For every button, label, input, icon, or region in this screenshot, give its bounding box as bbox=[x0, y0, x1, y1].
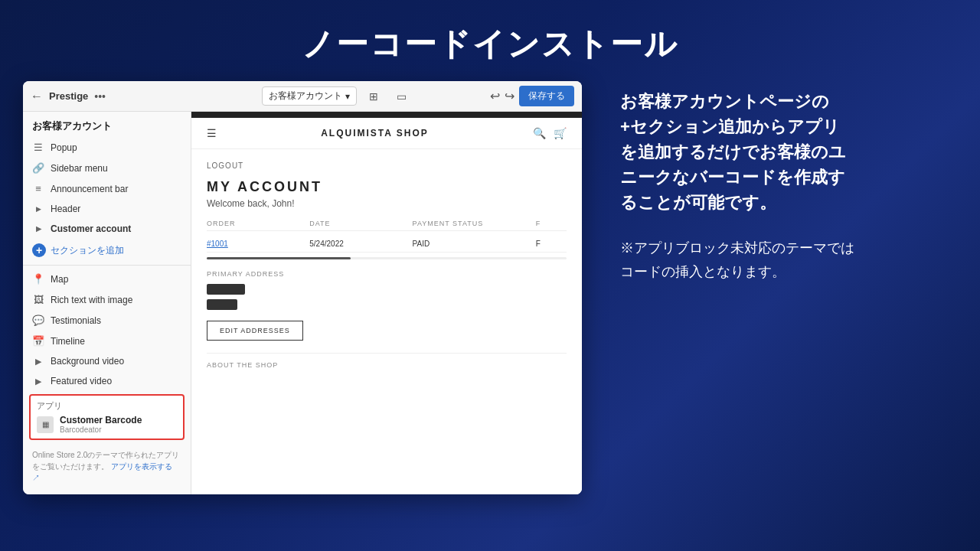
add-section-label: セクションを追加 bbox=[51, 244, 124, 257]
sidebar-item-map[interactable]: 📍 Map bbox=[23, 269, 191, 289]
testimonials-icon: 💬 bbox=[32, 315, 44, 326]
plus-icon: + bbox=[32, 243, 46, 257]
sidebar-item-timeline[interactable]: 📅 Timeline bbox=[23, 331, 191, 351]
announcement-icon: ≡ bbox=[32, 183, 44, 194]
sidebar-item-announcement[interactable]: ≡ Announcement bar bbox=[23, 178, 191, 199]
sidebar-item-testimonials[interactable]: 💬 Testimonials bbox=[23, 310, 191, 331]
header-expand-icon: ▶ bbox=[32, 205, 44, 213]
editor-mockup: ← Prestige ••• お客様アカウント ▾ ⊞ ▭ ↩ ↪ 保存する bbox=[23, 81, 582, 494]
app-section-title: アプリ bbox=[37, 400, 177, 412]
cart-icon[interactable]: 🛒 bbox=[554, 127, 567, 139]
popup-icon: ☰ bbox=[32, 142, 44, 153]
about-shop-label: ABOUT THE SHOP bbox=[207, 353, 567, 369]
prestige-label: Prestige bbox=[49, 90, 88, 102]
main-description: お客様アカウントページの+セクション追加からアプリを追加するだけでお客様のユニー… bbox=[620, 89, 957, 215]
redo-button[interactable]: ↪ bbox=[505, 89, 514, 103]
app-barcode-icon: ▦ bbox=[37, 416, 54, 433]
edit-addresses-button[interactable]: EDIT ADDRESSES bbox=[207, 321, 303, 341]
shop-name: ALQUIMISTA SHOP bbox=[321, 128, 429, 139]
app-name: Customer Barcode bbox=[60, 415, 142, 425]
sidebar-timeline-label: Timeline bbox=[51, 336, 85, 347]
note-description: ※アプリブロック未対応のテーマではコードの挿入となります。 bbox=[620, 236, 957, 283]
address-block-2 bbox=[207, 299, 237, 310]
address-block-1 bbox=[207, 284, 245, 295]
primary-address-title: PRIMARY ADDRESS bbox=[207, 270, 567, 278]
sidebar-item-rich-text[interactable]: 🖼 Rich text with image bbox=[23, 289, 191, 310]
sidebar-item-featured-video[interactable]: ▶ Featured video bbox=[23, 371, 191, 391]
map-icon: 📍 bbox=[32, 273, 44, 285]
app-sub: Barcodeator bbox=[60, 425, 142, 434]
link-icon: 🔗 bbox=[32, 162, 44, 174]
app-block-section: アプリ ▦ Customer Barcode Barcodeator bbox=[29, 394, 185, 440]
sidebar-featured-video-label: Featured video bbox=[51, 376, 112, 386]
grid-icon[interactable]: ⊞ bbox=[363, 86, 384, 107]
featured-video-icon: ▶ bbox=[32, 377, 44, 386]
sidebar-item-popup[interactable]: ☰ Popup bbox=[23, 137, 191, 158]
sidebar-testimonials-label: Testimonials bbox=[51, 315, 101, 326]
table-row: #1001 5/24/2022 PAID F bbox=[207, 236, 567, 253]
sidebar-header-label: Header bbox=[51, 204, 80, 214]
sidebar-popup-label: Popup bbox=[51, 142, 77, 153]
sidebar-item-header[interactable]: ▶ Header bbox=[23, 199, 191, 219]
sidebar-announcement-label: Announcement bar bbox=[51, 184, 128, 194]
sidebar-section-title: お客様アカウント bbox=[23, 112, 191, 137]
add-section-button[interactable]: + セクションを追加 bbox=[23, 239, 191, 262]
preview-topbar bbox=[191, 112, 582, 118]
order-date: 5/24/2022 bbox=[309, 240, 412, 248]
sidebar-rich-text-label: Rich text with image bbox=[51, 295, 132, 305]
sidebar-bg-video-label: Background video bbox=[51, 356, 124, 367]
hamburger-icon: ☰ bbox=[207, 127, 217, 139]
rich-text-icon: 🖼 bbox=[32, 294, 44, 305]
logout-link[interactable]: LOGOUT bbox=[207, 161, 567, 170]
sidebar-footer: Online Store 2.0のテーマで作られたアプリをご覧いただけます。 ア… bbox=[23, 443, 191, 490]
right-text-block: お客様アカウントページの+セクション追加からアプリを追加するだけでお客様のユニー… bbox=[612, 81, 957, 283]
sidebar-item-customer-account[interactable]: ▶ Customer account bbox=[23, 219, 191, 239]
payment-col-header: PAYMENT STATUS bbox=[413, 220, 536, 227]
mobile-icon[interactable]: ▭ bbox=[390, 86, 412, 107]
timeline-icon: 📅 bbox=[32, 335, 44, 347]
more-icon[interactable]: ••• bbox=[94, 90, 106, 103]
sidebar-item-sidebar-menu[interactable]: 🔗 Sidebar menu bbox=[23, 158, 191, 178]
order-fulfillment: F bbox=[536, 240, 567, 248]
account-title: MY ACCOUNT bbox=[207, 179, 567, 195]
order-table-header: ORDER DATE PAYMENT STATUS F bbox=[207, 220, 567, 231]
search-icon[interactable]: 🔍 bbox=[533, 127, 546, 139]
fulfillment-col-header: F bbox=[536, 220, 567, 227]
sidebar-customer-label: Customer account bbox=[51, 223, 131, 234]
order-number[interactable]: #1001 bbox=[207, 240, 309, 248]
date-col-header: DATE bbox=[309, 220, 412, 227]
bg-video-icon: ▶ bbox=[32, 357, 44, 367]
sidebar-map-label: Map bbox=[51, 274, 68, 285]
save-button[interactable]: 保存する bbox=[519, 86, 574, 106]
back-icon[interactable]: ← bbox=[31, 90, 43, 103]
order-progress-bar bbox=[207, 257, 351, 259]
editor-sidebar: お客様アカウント ☰ Popup 🔗 Sidebar menu ≡ Announ… bbox=[23, 112, 191, 494]
page-dropdown[interactable]: お客様アカウント ▾ bbox=[262, 86, 357, 106]
page-title: ノーコードインストール bbox=[0, 0, 980, 81]
order-col-header: ORDER bbox=[207, 220, 309, 227]
customer-expand-icon: ▶ bbox=[32, 225, 44, 233]
customer-barcode-item[interactable]: ▦ Customer Barcode Barcodeator bbox=[37, 415, 177, 434]
order-payment-status: PAID bbox=[413, 240, 536, 248]
shop-nav: ☰ ALQUIMISTA SHOP 🔍 🛒 bbox=[191, 118, 582, 149]
sidebar-sidebar-menu-label: Sidebar menu bbox=[51, 163, 108, 174]
order-progress-bar-container bbox=[207, 257, 567, 259]
preview-inner: ☰ ALQUIMISTA SHOP 🔍 🛒 LOGOUT MY ACCOUNT … bbox=[191, 112, 582, 494]
sidebar-item-background-video[interactable]: ▶ Background video bbox=[23, 351, 191, 371]
undo-button[interactable]: ↩ bbox=[490, 89, 500, 103]
welcome-text: Welcome back, John! bbox=[207, 198, 567, 209]
editor-preview: ☰ ALQUIMISTA SHOP 🔍 🛒 LOGOUT MY ACCOUNT … bbox=[191, 112, 582, 494]
editor-topbar: ← Prestige ••• お客様アカウント ▾ ⊞ ▭ ↩ ↪ 保存する bbox=[23, 81, 582, 112]
account-content: LOGOUT MY ACCOUNT Welcome back, John! OR… bbox=[191, 149, 582, 381]
